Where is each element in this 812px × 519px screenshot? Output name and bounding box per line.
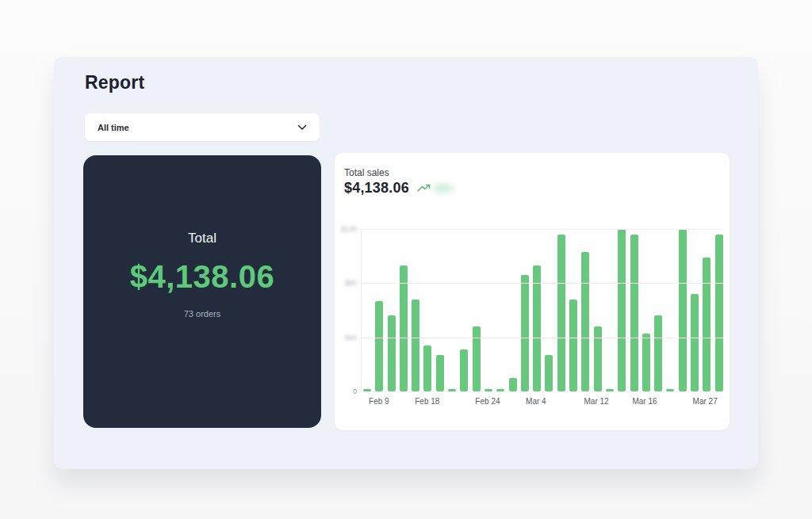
x-axis-tick-label: Mar 4 bbox=[526, 397, 546, 406]
sales-amount-row: $4,138.06 39% bbox=[344, 180, 453, 197]
trend-badge: 39% bbox=[417, 181, 453, 196]
trending-up-icon bbox=[417, 181, 431, 196]
y-axis-tick-label: $40 bbox=[345, 334, 357, 342]
sales-amount: $4,138.06 bbox=[344, 180, 409, 197]
time-range-select[interactable]: All time bbox=[85, 113, 320, 141]
bar bbox=[521, 275, 529, 391]
bar bbox=[436, 355, 444, 391]
page-title: Report bbox=[85, 72, 144, 93]
total-amount: $4,138.06 bbox=[130, 259, 274, 295]
chevron-down-icon bbox=[297, 124, 307, 131]
total-label: Total bbox=[130, 231, 274, 246]
x-axis-tick-label: Mar 27 bbox=[693, 397, 718, 406]
bar bbox=[400, 265, 408, 391]
bar-plot bbox=[363, 229, 723, 391]
bar bbox=[715, 235, 723, 391]
y-axis-tick-label: $120 bbox=[341, 225, 357, 233]
bar bbox=[703, 258, 710, 391]
bar bbox=[679, 229, 687, 391]
x-axis-tick-label: Feb 18 bbox=[415, 397, 439, 406]
bar bbox=[509, 378, 517, 391]
orders-count: 73 orders bbox=[130, 309, 274, 319]
x-axis-labels: Feb 9Feb 18Feb 24Mar 4Mar 12Mar 16Mar 27 bbox=[361, 397, 723, 408]
bar bbox=[412, 300, 419, 391]
bar bbox=[460, 349, 468, 391]
trend-percent: 39% bbox=[434, 183, 453, 194]
bar bbox=[545, 355, 553, 391]
x-axis-tick-label: Feb 9 bbox=[369, 397, 389, 406]
bar bbox=[581, 252, 589, 391]
bar bbox=[569, 300, 577, 391]
bar bbox=[630, 235, 638, 391]
bar bbox=[473, 326, 481, 391]
screen: Report All time Total $4,138.06 73 order… bbox=[0, 0, 812, 519]
total-sales-card: Total sales $4,138.06 39% $120$80$400 Fe… bbox=[335, 153, 730, 430]
bar bbox=[375, 301, 383, 391]
gridline bbox=[362, 338, 723, 338]
gridline bbox=[362, 283, 723, 284]
bar bbox=[691, 294, 699, 391]
bar bbox=[618, 229, 626, 391]
bar bbox=[557, 235, 565, 391]
x-axis-tick-label: Mar 16 bbox=[632, 397, 657, 406]
time-range-value: All time bbox=[98, 123, 129, 132]
gridline bbox=[362, 229, 723, 230]
gridline bbox=[362, 391, 723, 392]
x-axis-tick-label: Feb 24 bbox=[475, 397, 500, 406]
bar bbox=[533, 265, 541, 391]
y-axis-tick-label: 0 bbox=[353, 387, 357, 395]
x-axis-tick-label: Mar 12 bbox=[584, 397, 608, 406]
bar bbox=[642, 334, 650, 391]
bar bbox=[423, 345, 431, 391]
y-axis-tick-label: $80 bbox=[345, 279, 357, 287]
sales-title: Total sales bbox=[344, 167, 389, 178]
report-panel: Report All time Total $4,138.06 73 order… bbox=[54, 57, 758, 469]
bar bbox=[388, 315, 396, 391]
bar bbox=[654, 315, 662, 391]
total-summary-card: Total $4,138.06 73 orders bbox=[83, 155, 321, 428]
bar-chart-plot: $120$80$400 bbox=[361, 229, 723, 391]
bar bbox=[594, 326, 602, 391]
